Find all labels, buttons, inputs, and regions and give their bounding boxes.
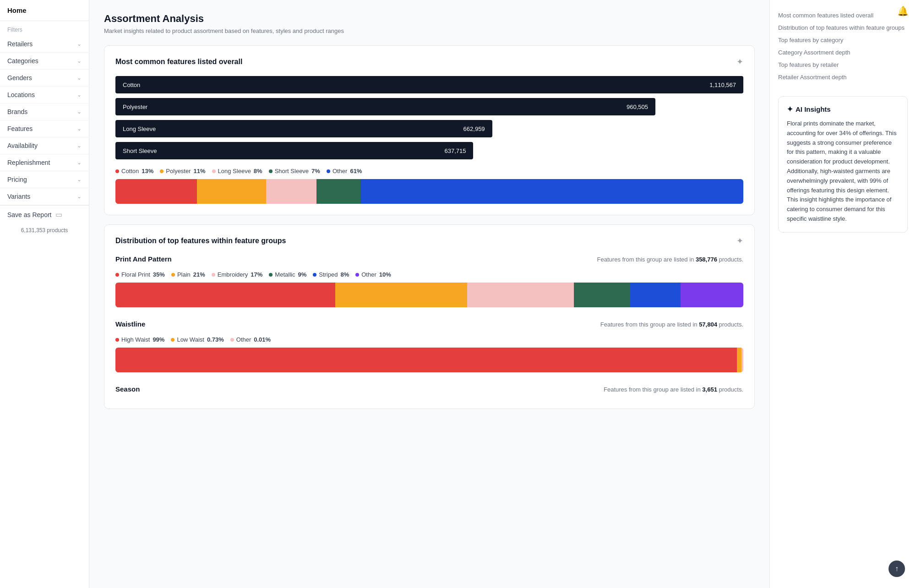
notification-bell-icon[interactable]: 🔔 (897, 5, 909, 16)
bar-polyester-value: 960,505 (627, 103, 655, 110)
genders-label: Genders (7, 74, 32, 82)
retailers-label: Retailers (7, 40, 33, 48)
chevron-down-icon: ⌄ (77, 193, 82, 200)
most-common-features-card: Most common features listed overall ✦ Co… (104, 45, 755, 215)
group-season-title: Season (115, 385, 140, 393)
group-print-legend: Floral Print 35% Plain 21% Embroidery 17… (115, 271, 743, 278)
legend-plain: Plain 21% (171, 271, 205, 278)
ai-insights-title: ✦ AI Insights (787, 105, 899, 114)
bar-shortsleeve: Short Sleeve 637,715 (115, 142, 473, 159)
nav-most-common[interactable]: Most common features listed overall (778, 9, 908, 22)
dot-plain (171, 273, 175, 277)
group-print-header: Print And Pattern Features from this gro… (115, 255, 743, 263)
plain-label: Plain (177, 271, 191, 278)
seg-plain (335, 283, 467, 307)
legend-metallic: Metallic 9% (269, 271, 306, 278)
segment-polyester (197, 179, 266, 204)
floral-label: Floral Print (121, 271, 150, 278)
legend-label-other: Other (333, 168, 348, 174)
right-panel: Most common features listed overall Dist… (769, 0, 916, 588)
other-waist-label: Other (236, 336, 251, 343)
sidebar-item-locations[interactable]: Locations ⌄ (0, 87, 89, 103)
group-waistline: Waistline Features from this group are l… (115, 320, 743, 372)
legend-dot-longsleeve (212, 169, 216, 173)
group-print-pattern: Print And Pattern Features from this gro… (115, 255, 743, 307)
legend-floral: Floral Print 35% (115, 271, 165, 278)
locations-label: Locations (7, 91, 35, 98)
group-season-count: Features from this group are listed in 3… (604, 386, 743, 393)
legend-lowwaist: Low Waist 0.73% (171, 336, 224, 343)
segment-longsleeve (266, 179, 316, 204)
bar-polyester-label: Polyester (115, 103, 155, 110)
legend-striped: Striped 8% (313, 271, 349, 278)
legend-label-cotton: Cotton (121, 168, 139, 174)
save-report-button[interactable]: Save as Report ▭ (0, 205, 89, 223)
legend-polyester: Polyester 11% (160, 168, 205, 174)
seg-floral (115, 283, 335, 307)
other-waist-pct: 0.01% (254, 336, 271, 343)
sidebar-item-genders[interactable]: Genders ⌄ (0, 70, 89, 87)
bar-row-polyester: Polyester 960,505 (115, 98, 743, 115)
sidebar-item-brands[interactable]: Brands ⌄ (0, 103, 89, 120)
chevron-down-icon: ⌄ (77, 41, 82, 47)
sidebar-item-pricing[interactable]: Pricing ⌄ (0, 171, 89, 188)
bar-longsleeve-label: Long Sleeve (115, 125, 163, 132)
page-title: Assortment Analysis (104, 13, 755, 25)
sidebar-item-replenishment[interactable]: Replenishment ⌄ (0, 154, 89, 171)
group-waistline-header: Waistline Features from this group are l… (115, 320, 743, 328)
legend-shortsleeve: Short Sleeve 7% (269, 168, 320, 174)
sparkle-icon: ✦ (787, 105, 793, 114)
pricing-label: Pricing (7, 176, 27, 183)
seg-other-print (681, 283, 743, 307)
nav-top-features-retailer[interactable]: Top features by retailer (778, 59, 908, 71)
sidebar-home[interactable]: Home (0, 0, 89, 21)
pin-icon[interactable]: ✦ (736, 57, 743, 67)
other-print-label: Other (361, 271, 376, 278)
sidebar-item-availability[interactable]: Availability ⌄ (0, 137, 89, 154)
ai-insights-label: AI Insights (796, 105, 831, 113)
group-print-stacked-bar (115, 283, 743, 307)
dot-lowwaist (171, 338, 174, 342)
nav-top-features-category[interactable]: Top features by category (778, 34, 908, 46)
nav-distribution[interactable]: Distribution of top features within feat… (778, 22, 908, 34)
seg-lowwaist (737, 348, 742, 372)
bar-row-longsleeve: Long Sleeve 662,959 (115, 120, 743, 137)
variants-label: Variants (7, 193, 30, 200)
nav-category-assortment[interactable]: Category Assortment depth (778, 46, 908, 59)
nav-retailer-assortment[interactable]: Retailer Assortment depth (778, 71, 908, 83)
pin-icon-2[interactable]: ✦ (736, 236, 743, 246)
bar-shortsleeve-label: Short Sleeve (115, 147, 164, 154)
group-waistline-stacked-bar (115, 348, 743, 372)
brands-label: Brands (7, 108, 27, 115)
segment-cotton (115, 179, 197, 204)
dot-embroidery (212, 273, 215, 277)
sidebar-item-features[interactable]: Features ⌄ (0, 120, 89, 137)
legend-dot-other (327, 169, 330, 173)
card2-header: Distribution of top features within feat… (115, 236, 743, 246)
highwaist-label: High Waist (121, 336, 150, 343)
segment-shortsleeve (316, 179, 360, 204)
distribution-card: Distribution of top features within feat… (104, 224, 755, 409)
embroidery-label: Embroidery (218, 271, 248, 278)
legend-pct-other: 61% (350, 168, 362, 174)
sidebar-item-variants[interactable]: Variants ⌄ (0, 188, 89, 205)
features-label: Features (7, 125, 33, 132)
bookmark-icon: ▭ (55, 210, 62, 219)
floral-pct: 35% (153, 271, 165, 278)
sidebar-item-categories[interactable]: Categories ⌄ (0, 53, 89, 70)
striped-pct: 8% (340, 271, 349, 278)
lowwaist-pct: 0.73% (207, 336, 224, 343)
legend-other-print: Other 10% (355, 271, 391, 278)
back-to-top-button[interactable]: ↑ (889, 561, 905, 577)
bar-row-shortsleeve: Short Sleeve 637,715 (115, 142, 743, 159)
seg-highwaist (115, 348, 737, 372)
legend-longsleeve: Long Sleeve 8% (212, 168, 262, 174)
card1-title: Most common features listed overall (115, 58, 242, 66)
sidebar-item-retailers[interactable]: Retailers ⌄ (0, 36, 89, 53)
products-count: 6,131,353 products (0, 223, 89, 239)
embroidery-pct: 17% (251, 271, 262, 278)
chevron-down-icon: ⌄ (77, 109, 82, 115)
group-print-count: Features from this group are listed in 3… (597, 256, 743, 263)
save-report-label: Save as Report (7, 211, 52, 218)
chevron-down-icon: ⌄ (77, 92, 82, 98)
